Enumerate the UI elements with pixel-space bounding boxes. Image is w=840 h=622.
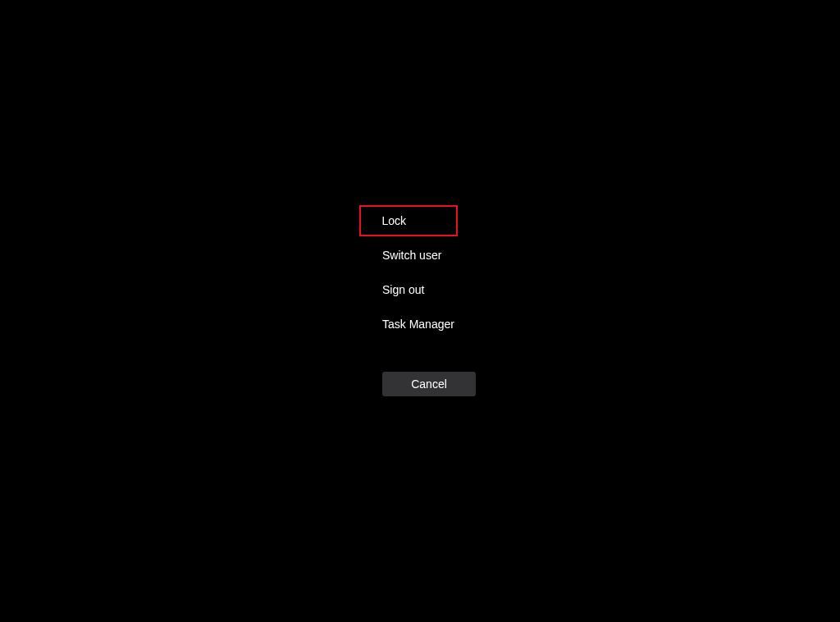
task-manager-option[interactable]: Task Manager [359,309,458,340]
cancel-button[interactable]: Cancel [382,372,476,396]
sign-out-option[interactable]: Sign out [359,274,458,305]
lock-option[interactable]: Lock [359,205,458,236]
switch-user-option[interactable]: Switch user [359,240,458,271]
security-options-list: Lock Switch user Sign out Task Manager [359,205,476,343]
